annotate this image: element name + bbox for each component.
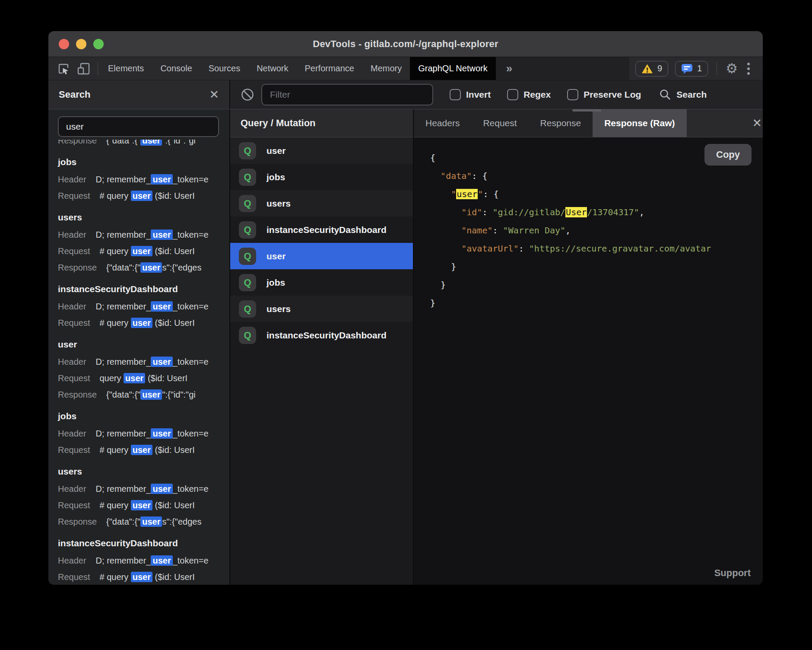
checkbox-regex[interactable]: Regex — [507, 89, 551, 100]
more-tabs-button[interactable]: » — [496, 62, 523, 75]
query-item-jobs[interactable]: Qjobs — [230, 164, 413, 190]
devtools-tab-network[interactable]: Network — [248, 57, 296, 80]
search-result-line[interactable]: Response{"data":{"user":{"id":"gi — [58, 140, 229, 149]
search-result-line[interactable]: HeaderD; remember_user_token=e — [58, 171, 229, 188]
json-line: } — [430, 258, 763, 276]
search-result-line[interactable]: Request# query user ($id: UserI — [58, 243, 229, 259]
messages-badge[interactable]: 1 — [675, 61, 708, 76]
search-result-line[interactable]: Request# query user ($id: UserI — [58, 442, 229, 458]
checkbox-box-regex[interactable] — [507, 89, 518, 100]
query-type-badge: Q — [239, 274, 256, 291]
device-toolbar-icon[interactable] — [77, 62, 91, 75]
query-item-label: jobs — [266, 172, 285, 182]
toolbar-controls: 9 1 ⚙ — [629, 57, 763, 80]
search-result-line[interactable]: HeaderD; remember_user_token=e — [58, 354, 229, 370]
search-result-line[interactable]: Request# query user ($id: UserI — [58, 315, 229, 331]
match-highlight: user — [140, 262, 162, 273]
json-token: "data" — [441, 171, 472, 181]
query-item-instancesecuritydashboard[interactable]: QinstanceSecurityDashboard — [230, 322, 413, 348]
search-result-partial: Response{"data":{"user":{"id":"gi — [58, 140, 229, 149]
devtools-tab-sources[interactable]: Sources — [200, 57, 248, 80]
checkbox-box-invert[interactable] — [450, 89, 461, 100]
settings-gear-icon[interactable]: ⚙ — [726, 62, 738, 75]
search-result-line[interactable]: Request# query user ($id: UserI — [58, 497, 229, 513]
filter-search-label: Search — [676, 89, 707, 100]
warnings-badge[interactable]: 9 — [635, 61, 668, 76]
search-result-line[interactable]: HeaderD; remember_user_token=e — [58, 481, 229, 497]
result-heading: users — [58, 462, 229, 481]
kebab-menu-icon[interactable] — [745, 63, 752, 75]
query-type-badge: Q — [239, 327, 256, 344]
search-close-icon[interactable]: ✕ — [209, 89, 219, 101]
checkbox-label-invert: Invert — [466, 89, 491, 100]
json-line: "avatarUrl": "https://secure.gravatar.co… — [430, 239, 763, 258]
search-result-line[interactable]: HeaderD; remember_user_token=e — [58, 425, 229, 442]
search-result-line[interactable]: HeaderD; remember_user_token=e — [58, 552, 229, 569]
query-item-users[interactable]: Qusers — [230, 296, 413, 322]
query-item-label: jobs — [266, 277, 285, 288]
query-type-badge: Q — [239, 248, 256, 265]
close-window-button[interactable] — [59, 39, 69, 49]
json-token: " — [478, 189, 483, 199]
checkbox-invert[interactable]: Invert — [450, 89, 491, 100]
result-text: ($id: UserI — [152, 191, 195, 201]
checkbox-preserve-log[interactable]: Preserve Log — [567, 89, 641, 100]
match-highlight: user — [151, 428, 172, 439]
devtools-tab-console[interactable]: Console — [152, 57, 200, 80]
match-highlight: user — [151, 555, 172, 566]
search-result-line[interactable]: HeaderD; remember_user_token=e — [58, 298, 229, 315]
copy-button[interactable]: Copy — [704, 144, 752, 166]
devtools-tab-elements[interactable]: Elements — [100, 57, 152, 80]
query-item-user[interactable]: Quser — [230, 137, 413, 164]
chat-icon — [681, 63, 693, 74]
search-result-line[interactable]: HeaderD; remember_user_token=e — [58, 226, 229, 243]
query-item-users[interactable]: Qusers — [230, 190, 413, 217]
zoom-window-button[interactable] — [93, 39, 104, 49]
query-item-instancesecuritydashboard[interactable]: QinstanceSecurityDashboard — [230, 217, 413, 243]
search-result-users: usersHeaderD; remember_user_token=eReque… — [58, 208, 229, 276]
search-result-line[interactable]: Requestquery user ($id: UserI — [58, 370, 229, 386]
detail-tab-request[interactable]: Request — [471, 109, 528, 137]
json-token: { — [430, 153, 435, 163]
devtools-tab-graphql-network[interactable]: GraphQL Network — [410, 57, 495, 80]
devtools-tabs: ElementsConsoleSourcesNetworkPerformance… — [100, 57, 496, 80]
search-result-line[interactable]: Response{"data":{"users":{"edges — [58, 513, 229, 530]
json-token: "Warren Day" — [503, 225, 566, 236]
search-result-line[interactable]: Response{"data":{"users":{"edges — [58, 259, 229, 276]
result-text: # query — [100, 191, 131, 201]
devtools-tab-memory[interactable]: Memory — [362, 57, 410, 80]
inspect-element-icon[interactable] — [57, 62, 70, 75]
minimize-window-button[interactable] — [76, 39, 86, 49]
warnings-count: 9 — [657, 64, 662, 73]
search-result-line[interactable]: Request# query user ($id: UserI — [58, 569, 229, 585]
query-item-label: user — [266, 146, 285, 156]
filter-search-button[interactable]: Search — [659, 89, 707, 101]
result-heading: user — [58, 335, 229, 354]
horizontal-scrollbar-thumb[interactable] — [572, 109, 601, 112]
support-link[interactable]: Support — [714, 567, 751, 579]
devtools-tab-performance[interactable]: Performance — [297, 57, 363, 80]
detail-tab-response[interactable]: Response — [529, 109, 593, 137]
query-item-label: user — [266, 251, 285, 261]
result-text: _token=e — [173, 175, 209, 184]
query-item-jobs[interactable]: Qjobs — [230, 269, 413, 296]
result-line-label: Header — [58, 484, 86, 494]
query-item-user[interactable]: Quser — [230, 243, 413, 269]
match-highlight: user — [131, 500, 152, 510]
detail-tab-headers[interactable]: Headers — [414, 109, 471, 137]
search-panel-header: Search ✕ — [48, 80, 229, 109]
query-item-label: users — [266, 304, 291, 314]
search-result-line[interactable]: Response{"data":{"user":{"id":"gi — [58, 386, 229, 403]
checkbox-box-preserve-log[interactable] — [567, 89, 578, 100]
search-input[interactable] — [58, 116, 219, 137]
json-token: } — [430, 298, 435, 308]
query-type-badge: Q — [239, 142, 256, 159]
clear-filter-icon[interactable] — [241, 88, 254, 102]
search-result-line[interactable]: Request# query user ($id: UserI — [58, 188, 229, 204]
json-token: : — [482, 207, 492, 217]
detail-tab-response-raw[interactable]: Response (Raw) — [593, 109, 686, 137]
filter-input[interactable] — [261, 84, 433, 105]
query-mutation-header: Query / Mutation — [230, 109, 413, 137]
query-mutation-panel: Query / Mutation QuserQjobsQusersQinstan… — [229, 109, 413, 585]
detail-close-icon[interactable]: ✕ — [752, 118, 763, 129]
